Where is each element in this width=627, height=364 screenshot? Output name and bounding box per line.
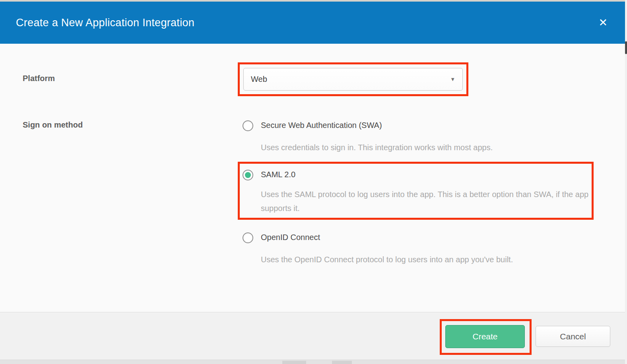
dialog-title: Create a New Application Integration (16, 17, 194, 29)
page-bottom-strip (0, 360, 627, 364)
option-desc-saml: Uses the SAML protocol to log users into… (261, 188, 590, 215)
sign-on-method-label: Sign on method (23, 120, 83, 130)
option-label-swa[interactable]: Secure Web Authentication (SWA) (261, 121, 382, 130)
platform-dropdown-value: Web (251, 75, 267, 84)
option-desc-openid-connect: Uses the OpenID Connect protocol to log … (261, 253, 513, 267)
platform-dropdown[interactable]: Web ▼ (243, 68, 463, 91)
close-icon[interactable]: ✕ (598, 17, 608, 28)
radio-openid-connect[interactable] (243, 232, 253, 243)
chevron-down-icon: ▼ (450, 76, 455, 82)
radio-swa[interactable] (243, 120, 253, 131)
option-label-openid-connect[interactable]: OpenID Connect (261, 233, 320, 242)
dialog-footer (0, 312, 627, 360)
create-app-integration-dialog: Create a New Application Integration ✕ P… (0, 0, 627, 364)
cancel-button[interactable]: Cancel (536, 326, 610, 347)
option-label-saml[interactable]: SAML 2.0 (261, 170, 295, 179)
bottom-strip-segment (282, 361, 306, 364)
page-scrollbar[interactable] (625, 0, 627, 364)
radio-dot (245, 235, 251, 241)
radio-dot (245, 172, 251, 178)
platform-label: Platform (23, 74, 55, 83)
dialog-header: Create a New Application Integration ✕ (0, 2, 625, 44)
option-desc-swa: Uses credentials to sign in. This integr… (261, 141, 493, 155)
radio-saml[interactable] (243, 170, 253, 180)
create-button[interactable]: Create (445, 325, 525, 348)
radio-dot (245, 123, 251, 129)
bottom-strip-segment (332, 361, 352, 364)
scrollbar-thumb[interactable] (625, 41, 627, 54)
